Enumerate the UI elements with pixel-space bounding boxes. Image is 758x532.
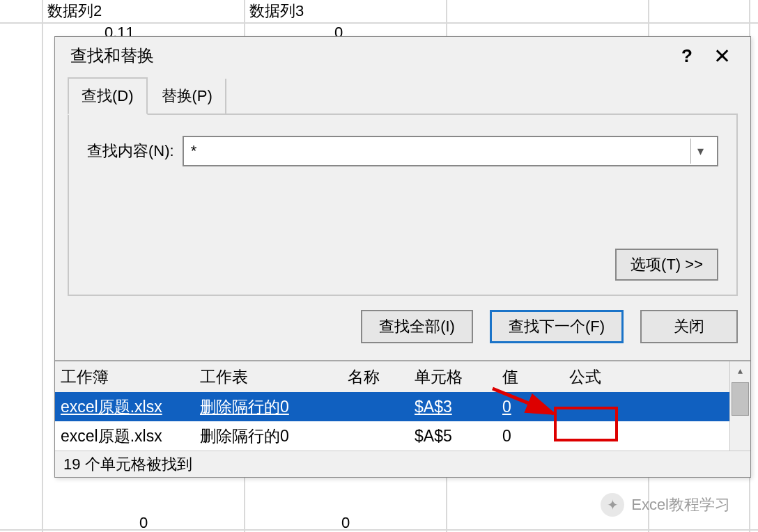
find-content-label: 查找内容(N):	[87, 141, 174, 162]
header-workbook[interactable]: 工作簿	[55, 366, 194, 388]
result-worksheet: 删除隔行的0	[194, 425, 342, 447]
options-button[interactable]: 选项(T) >>	[615, 249, 718, 281]
header-formula[interactable]: 公式	[564, 366, 661, 388]
col-header-c: 数据列3	[245, 0, 304, 22]
scroll-up-icon[interactable]: ▴	[732, 361, 749, 380]
results-header: 工作簿 工作表 名称 单元格 值 公式	[55, 361, 729, 392]
header-cell[interactable]: 单元格	[409, 366, 497, 388]
tab-find[interactable]: 查找(D)	[68, 77, 148, 115]
watermark-text: Excel教程学习	[631, 494, 730, 515]
results-row[interactable]: excel原题.xlsx 删除隔行的0 $A$3 0	[55, 392, 729, 421]
tabs: 查找(D) 替换(P)	[68, 80, 738, 115]
status-bar: 19 个单元格被找到	[55, 451, 750, 477]
close-icon[interactable]: ✕	[704, 42, 739, 70]
find-content-value: *	[191, 142, 197, 160]
result-cell: $A$5	[409, 427, 497, 446]
close-button[interactable]: 关闭	[640, 310, 738, 343]
results-panel: 工作簿 工作表 名称 单元格 值 公式 excel原题.xlsx 删除隔行的0 …	[55, 360, 750, 477]
cell-b-bottom[interactable]: 0	[139, 514, 148, 532]
dialog-title: 查找和替换	[70, 45, 670, 67]
tab-replace[interactable]: 替换(P)	[149, 79, 226, 114]
help-button[interactable]: ?	[670, 42, 704, 70]
results-table: 工作簿 工作表 名称 单元格 值 公式 excel原题.xlsx 删除隔行的0 …	[55, 361, 729, 451]
col-header-b: 数据列2	[43, 0, 102, 22]
find-replace-dialog: 查找和替换 ? ✕ 查找(D) 替换(P) 查找内容(N): * ▾ 选项(T)…	[54, 36, 751, 478]
results-scrollbar[interactable]: ▴	[729, 361, 750, 451]
find-content-input[interactable]: * ▾	[183, 136, 718, 166]
watermark-icon: ✦	[601, 493, 624, 517]
dialog-title-bar[interactable]: 查找和替换 ? ✕	[55, 37, 750, 75]
result-value[interactable]: 0	[502, 398, 511, 416]
result-workbook[interactable]: excel原题.xlsx	[61, 398, 162, 416]
scroll-thumb[interactable]	[732, 382, 749, 416]
dialog-buttons: 查找全部(I) 查找下一个(F) 关闭	[55, 296, 750, 360]
header-worksheet[interactable]: 工作表	[194, 366, 342, 388]
chevron-down-icon[interactable]: ▾	[690, 139, 710, 164]
header-name[interactable]: 名称	[342, 366, 409, 388]
result-worksheet[interactable]: 删除隔行的0	[200, 398, 289, 416]
header-value[interactable]: 值	[497, 366, 564, 388]
find-next-button[interactable]: 查找下一个(F)	[490, 310, 624, 343]
result-cell[interactable]: $A$3	[415, 398, 452, 416]
results-row[interactable]: excel原题.xlsx 删除隔行的0 $A$5 0	[55, 421, 729, 451]
find-all-button[interactable]: 查找全部(I)	[361, 310, 473, 343]
cell-c-bottom[interactable]: 0	[341, 514, 350, 532]
result-value: 0	[497, 427, 564, 446]
watermark: ✦ Excel教程学习	[601, 493, 730, 517]
result-workbook: excel原题.xlsx	[55, 425, 194, 447]
find-panel: 查找内容(N): * ▾ 选项(T) >>	[68, 115, 738, 296]
